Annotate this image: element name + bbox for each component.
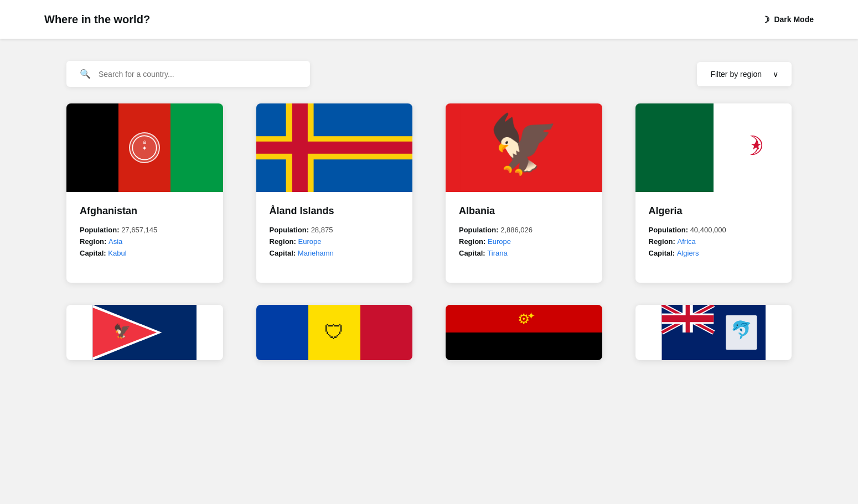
controls-bar: 🔍 Filter by region ∨: [0, 39, 858, 103]
svg-text:✦: ✦: [527, 310, 535, 321]
population-row: Population: 28,875: [270, 226, 400, 234]
capital-value: Algiers: [677, 249, 699, 257]
population-value: 27,657,145: [121, 226, 157, 234]
header: Where in the world? ☽ Dark Mode: [0, 0, 858, 39]
region-value: Africa: [678, 237, 696, 246]
country-card[interactable]: Åland Islands Population: 28,875 Region:…: [256, 103, 413, 283]
capital-value: Kabul: [108, 249, 126, 257]
region-value: Asia: [108, 237, 122, 246]
flag-container: ✦ 🏛: [66, 103, 223, 192]
flag-container: 🦅: [446, 103, 602, 192]
card-info: Afghanistan Population: 27,657,145 Regio…: [66, 192, 223, 283]
country-card-partial[interactable]: 🐬: [635, 305, 792, 360]
capital-label: Capital:: [459, 249, 485, 257]
card-info: Åland Islands Population: 28,875 Region:…: [256, 192, 413, 283]
card-info: Albania Population: 2,886,026 Region: Eu…: [446, 192, 602, 283]
svg-text:🦅: 🦅: [488, 111, 560, 178]
dark-mode-label: Dark Mode: [774, 15, 814, 24]
filter-label: Filter by region: [710, 70, 762, 79]
population-label: Population:: [80, 226, 120, 234]
partial-flag: 🦅: [66, 305, 223, 360]
country-card[interactable]: 🦅 Albania Population: 2,886,026 Region: …: [446, 103, 602, 283]
population-value: 40,400,000: [690, 226, 726, 234]
flag-container: [256, 103, 413, 192]
countries-grid: ✦ 🏛 Afghanistan Population: 27,657,145 R…: [0, 103, 858, 305]
chevron-down-icon: ∨: [773, 70, 778, 79]
capital-row: Capital: Kabul: [80, 249, 210, 257]
search-input[interactable]: [99, 70, 297, 79]
svg-text:🏛: 🏛: [143, 140, 147, 144]
population-row: Population: 2,886,026: [459, 226, 589, 234]
capital-row: Capital: Tirana: [459, 249, 589, 257]
country-card[interactable]: ☽ Algeria Population: 40,400,000 Region:…: [635, 103, 792, 283]
capital-label: Capital:: [649, 249, 675, 257]
region-label: Region:: [459, 237, 485, 246]
svg-text:🐬: 🐬: [730, 320, 752, 340]
capital-value: Mariehamn: [298, 249, 334, 257]
partial-flag: 🛡: [256, 305, 413, 360]
country-name: Algeria: [649, 205, 779, 217]
capital-row: Capital: Mariehamn: [270, 249, 400, 257]
region-label: Region:: [649, 237, 675, 246]
region-value: Europe: [488, 237, 511, 246]
svg-text:☽: ☽: [741, 133, 764, 160]
partial-flag: ⚙ ✦: [446, 305, 602, 360]
population-value: 2,886,026: [500, 226, 533, 234]
population-label: Population:: [649, 226, 689, 234]
capital-label: Capital:: [80, 249, 106, 257]
region-label: Region:: [270, 237, 296, 246]
dark-mode-button[interactable]: ☽ Dark Mode: [762, 14, 814, 25]
partial-flag: 🐬: [635, 305, 792, 360]
region-row: Region: Africa: [649, 237, 779, 246]
capital-label: Capital:: [270, 249, 296, 257]
country-name: Åland Islands: [270, 205, 400, 217]
search-box: 🔍: [66, 61, 310, 87]
moon-icon: ☽: [762, 14, 769, 25]
app-title: Where in the world?: [44, 13, 150, 26]
population-label: Population:: [459, 226, 499, 234]
population-row: Population: 27,657,145: [80, 226, 210, 234]
population-value: 28,875: [311, 226, 333, 234]
svg-rect-22: [661, 315, 714, 323]
country-name: Afghanistan: [80, 205, 210, 217]
region-row: Region: Europe: [459, 237, 589, 246]
region-row: Region: Asia: [80, 237, 210, 246]
region-row: Region: Europe: [270, 237, 400, 246]
country-card-partial[interactable]: 🦅: [66, 305, 223, 360]
svg-text:✦: ✦: [142, 145, 147, 152]
region-value: Europe: [298, 237, 322, 246]
search-icon: 🔍: [80, 69, 91, 79]
country-card-partial[interactable]: ⚙ ✦: [446, 305, 602, 360]
population-label: Population:: [270, 226, 309, 234]
country-name: Albania: [459, 205, 589, 217]
flag-container: ☽: [635, 103, 792, 192]
capital-row: Capital: Algiers: [649, 249, 779, 257]
capital-value: Tirana: [487, 249, 507, 257]
region-label: Region:: [80, 237, 106, 246]
svg-text:🦅: 🦅: [113, 323, 131, 340]
country-card[interactable]: ✦ 🏛 Afghanistan Population: 27,657,145 R…: [66, 103, 223, 283]
country-card-partial[interactable]: 🛡: [256, 305, 413, 360]
filter-button[interactable]: Filter by region ∨: [697, 62, 792, 86]
card-info: Algeria Population: 40,400,000 Region: A…: [635, 192, 792, 283]
bottom-row: 🦅 🛡 ⚙ ✦: [0, 305, 858, 371]
population-row: Population: 40,400,000: [649, 226, 779, 234]
